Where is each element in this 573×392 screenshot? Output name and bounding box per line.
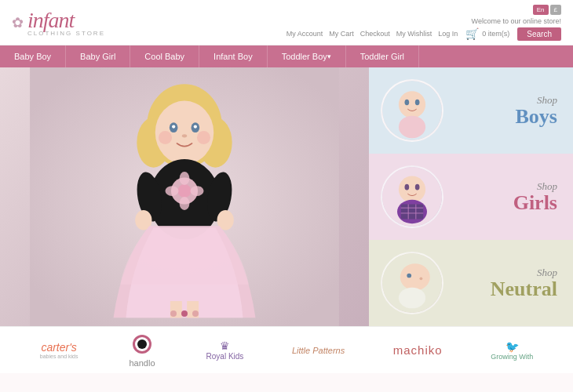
my-cart-link[interactable]: My Cart <box>329 30 354 38</box>
nav-item-toddler-boy[interactable]: Toddler Boy <box>268 45 346 67</box>
svg-point-54 <box>399 288 425 309</box>
page-wrapper: ✿ infant CLOTHING STORE En £ Welcome to … <box>0 0 573 392</box>
hero-image <box>0 67 369 326</box>
svg-point-16 <box>172 125 175 128</box>
brand-royalkids[interactable]: ♛ Royal Kids <box>200 339 250 361</box>
nav-item-infant-boy[interactable]: Infant Boy <box>199 45 268 67</box>
boys-panel-text: Shop Boys <box>516 94 557 127</box>
my-account-link[interactable]: My Account <box>286 30 323 38</box>
brand-carters[interactable]: carter's babies and kids <box>34 341 85 359</box>
svg-point-51 <box>400 263 430 290</box>
brand-machiko[interactable]: machiko <box>387 343 449 357</box>
main-content: Shop Boys <box>0 67 573 326</box>
header-top-right: En £ <box>533 5 561 15</box>
baby-illustration <box>0 67 369 326</box>
logo-block: infant CLOTHING STORE <box>27 8 105 37</box>
boys-panel-circle <box>381 79 443 142</box>
slider-dot-2[interactable] <box>181 310 188 317</box>
brands-section: carter's babies and kids handlo ♛ Royal … <box>0 326 573 373</box>
logo-flower-icon: ✿ <box>12 14 24 31</box>
svg-rect-45 <box>401 205 424 220</box>
girls-panel-text: Shop Girls <box>513 180 557 213</box>
shop-panel-boys[interactable]: Shop Boys <box>369 67 573 154</box>
svg-point-20 <box>197 131 210 144</box>
girls-panel-circle <box>381 165 443 228</box>
lang-gbp-button[interactable]: £ <box>550 5 561 15</box>
my-wishlist-link[interactable]: My Wishlist <box>396 30 432 38</box>
neutral-panel-circle <box>381 252 443 314</box>
logo-area: ✿ infant CLOTHING STORE <box>12 8 105 37</box>
neutral-panel-text: Shop Neutral <box>491 267 557 299</box>
cart-icon: 🛒 <box>465 27 479 40</box>
svg-point-38 <box>415 100 420 106</box>
login-link[interactable]: Log In <box>438 30 458 38</box>
shop-panel-neutral[interactable]: Shop Neutral <box>369 240 573 326</box>
welcome-text: Welcome to our online store! <box>472 17 561 25</box>
hero-slider[interactable] <box>0 67 369 326</box>
nav-item-toddler-girl[interactable]: Toddler Girl <box>346 45 419 67</box>
header: ✿ infant CLOTHING STORE En £ Welcome to … <box>0 0 573 45</box>
svg-point-30 <box>180 197 190 210</box>
checkout-link[interactable]: Checkout <box>360 30 390 38</box>
nav-bar: Baby Boy Baby Girl Cool Baby Infant Boy … <box>0 45 573 67</box>
svg-point-36 <box>399 91 425 118</box>
slider-dots <box>170 310 199 317</box>
nav-item-baby-boy[interactable]: Baby Boy <box>0 45 66 67</box>
cart-area: 🛒 0 item(s) <box>465 27 509 40</box>
svg-point-29 <box>180 172 190 185</box>
svg-point-52 <box>407 274 411 278</box>
svg-point-32 <box>190 186 203 196</box>
boys-category-label: Boys <box>516 107 557 127</box>
svg-point-43 <box>415 184 420 191</box>
svg-point-42 <box>405 184 410 191</box>
brand-handlo[interactable]: handlo <box>120 332 164 368</box>
brand-littlepatterns[interactable]: Little Patterns <box>286 346 351 355</box>
svg-point-37 <box>405 100 410 106</box>
nav-item-baby-girl[interactable]: Baby Girl <box>66 45 130 67</box>
svg-point-17 <box>194 125 197 128</box>
svg-point-18 <box>182 134 187 137</box>
logo-subtitle: CLOTHING STORE <box>27 30 105 37</box>
shop-panels: Shop Boys <box>369 67 573 326</box>
lang-en-button[interactable]: En <box>533 5 549 15</box>
svg-point-41 <box>399 176 425 202</box>
slider-dot-3[interactable] <box>192 310 199 317</box>
lang-buttons: En £ <box>533 5 561 15</box>
girls-category-label: Girls <box>513 193 557 213</box>
logo-title: infant <box>27 8 74 32</box>
slider-dot-1[interactable] <box>170 310 177 317</box>
neutral-category-label: Neutral <box>491 279 557 299</box>
header-nav-links: My Account My Cart Checkout My Wishlist … <box>286 30 458 38</box>
header-right: En £ Welcome to our online store! My Acc… <box>286 5 561 41</box>
svg-point-19 <box>159 131 172 144</box>
svg-point-57 <box>137 339 147 349</box>
cart-count: 0 item(s) <box>482 30 509 38</box>
svg-point-39 <box>399 116 425 139</box>
svg-point-28 <box>177 184 191 198</box>
search-button[interactable]: Search <box>517 27 561 41</box>
svg-point-31 <box>166 186 179 196</box>
shop-panel-girls[interactable]: Shop Girls <box>369 154 573 240</box>
brand-growing[interactable]: 🐦 Growing With <box>484 340 539 361</box>
svg-point-53 <box>420 277 423 280</box>
nav-item-cool-baby[interactable]: Cool Baby <box>130 45 199 67</box>
